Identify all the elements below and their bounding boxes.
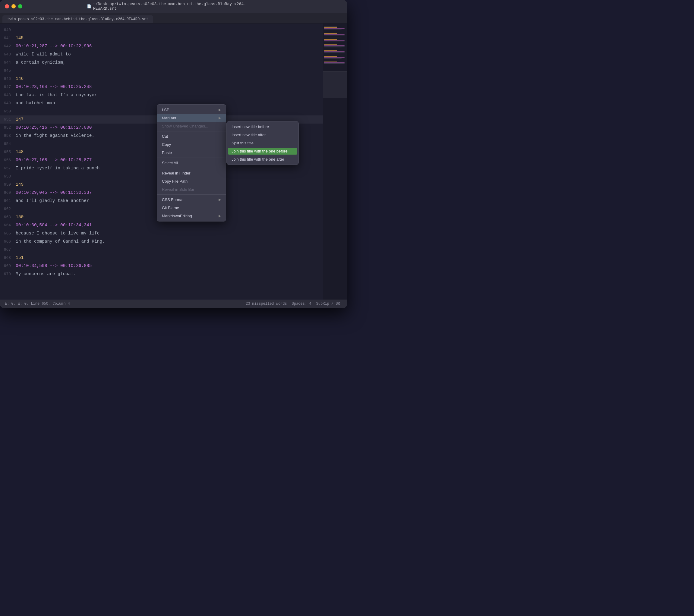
status-misspelled: 23 misspelled words	[246, 302, 287, 306]
menu-separator	[157, 157, 226, 158]
table-row: 645	[0, 67, 323, 75]
traffic-lights	[5, 4, 22, 8]
window-title: 📄 ~/Desktop/twin.peaks.s02e03.the.man.be…	[87, 2, 260, 11]
menu-item-markdown-editing[interactable]: MarkdownEditing ▶	[157, 212, 226, 220]
submenu-arrow-icon: ▶	[219, 214, 221, 218]
file-icon: 📄	[87, 4, 91, 9]
maximize-button[interactable]	[18, 4, 22, 8]
table-row: 646 146	[0, 75, 323, 83]
tab-main[interactable]: twin.peaks.s02e03.the.man.behind.the.gla…	[2, 15, 153, 23]
table-row: 664 00:10:30,504 --> 00:10:34,341	[0, 221, 323, 229]
table-row: 648 the fact is that I'm a naysayer	[0, 91, 323, 99]
minimize-button[interactable]	[12, 4, 16, 8]
menu-separator	[157, 194, 226, 195]
statusbar-right: 23 misspelled words Spaces: 4 SubRip / S…	[246, 302, 342, 306]
table-row: 667	[0, 246, 323, 254]
menu-item-cut[interactable]: Cut	[157, 132, 226, 141]
table-row: 642 00:10:21,287 --> 00:10:22,996	[0, 42, 323, 50]
tabbar: twin.peaks.s02e03.the.man.behind.the.gla…	[0, 13, 347, 23]
titlebar: 📄 ~/Desktop/twin.peaks.s02e03.the.man.be…	[0, 0, 347, 13]
submenu-insert-after[interactable]: Insert new title after	[227, 131, 298, 139]
submenu-arrow-icon: ▶	[219, 116, 221, 120]
close-button[interactable]	[5, 4, 9, 8]
minimap-content	[323, 23, 347, 67]
submenu-join-before[interactable]: Join this title with the one before	[228, 148, 297, 155]
editor-container: 640 641 145 642 00:10:21,287 --> 00:10:2…	[0, 23, 347, 300]
status-spaces: Spaces: 4	[292, 302, 311, 306]
table-row: 670 My concerns are global.	[0, 270, 323, 278]
statusbar: E: 0, W: 0, Line 650, Column 4 23 misspe…	[0, 300, 347, 308]
menu-item-lsp[interactable]: LSP ▶	[157, 106, 226, 114]
table-row: 668 151	[0, 254, 323, 262]
submenu-insert-before[interactable]: Insert new title before	[227, 123, 298, 131]
table-row: 641 145	[0, 34, 323, 42]
menu-separator	[157, 131, 226, 131]
table-row: 647 00:10:23,164 --> 00:10:25,248	[0, 83, 323, 91]
context-menu: LSP ▶ MarLant ▶ Insert new title before …	[157, 104, 226, 222]
menu-item-git-blame[interactable]: Git Blame	[157, 204, 226, 212]
title-text: ~/Desktop/twin.peaks.s02e03.the.man.behi…	[93, 2, 260, 11]
table-row: 665 because I choose to live my life	[0, 229, 323, 238]
status-position: E: 0, W: 0, Line 650, Column 4	[5, 302, 70, 306]
marlant-submenu: Insert new title before Insert new title…	[226, 121, 299, 165]
menu-item-select-all[interactable]: Select All	[157, 159, 226, 167]
submenu-arrow-icon: ▶	[219, 108, 221, 112]
statusbar-left: E: 0, W: 0, Line 650, Column 4	[5, 302, 70, 306]
table-row: 669 00:10:34,508 --> 00:10:36,885	[0, 262, 323, 270]
submenu-split-title[interactable]: Split this title	[227, 139, 298, 147]
menu-item-reveal-sidebar: Reveal in Side Bar	[157, 185, 226, 193]
table-row: 666 in the company of Gandhi and King.	[0, 238, 323, 246]
submenu-join-after[interactable]: Join this title with the one after	[227, 155, 298, 163]
table-row: 643 While I will admit to	[0, 50, 323, 58]
menu-item-paste[interactable]: Paste	[157, 149, 226, 157]
menu-item-reveal-finder[interactable]: Reveal in Finder	[157, 169, 226, 177]
table-row: 644 a certain cynicism,	[0, 58, 323, 67]
minimap-viewport[interactable]	[323, 71, 347, 98]
menu-item-marlant[interactable]: MarLant ▶ Insert new title before Insert…	[157, 114, 226, 122]
status-syntax: SubRip / SRT	[316, 302, 342, 306]
menu-item-show-unsaved: Show Unsaved Changes...	[157, 122, 226, 130]
editor-main[interactable]: 640 641 145 642 00:10:21,287 --> 00:10:2…	[0, 23, 323, 300]
submenu-arrow-icon: ▶	[219, 198, 221, 202]
menu-item-css-format[interactable]: CSS Format ▶	[157, 195, 226, 204]
menu-item-copy-file-path[interactable]: Copy File Path	[157, 177, 226, 185]
tab-label: twin.peaks.s02e03.the.man.behind.the.gla…	[7, 17, 148, 21]
menu-item-copy[interactable]: Copy	[157, 141, 226, 149]
table-row: 640	[0, 26, 323, 34]
minimap[interactable]	[323, 23, 347, 300]
